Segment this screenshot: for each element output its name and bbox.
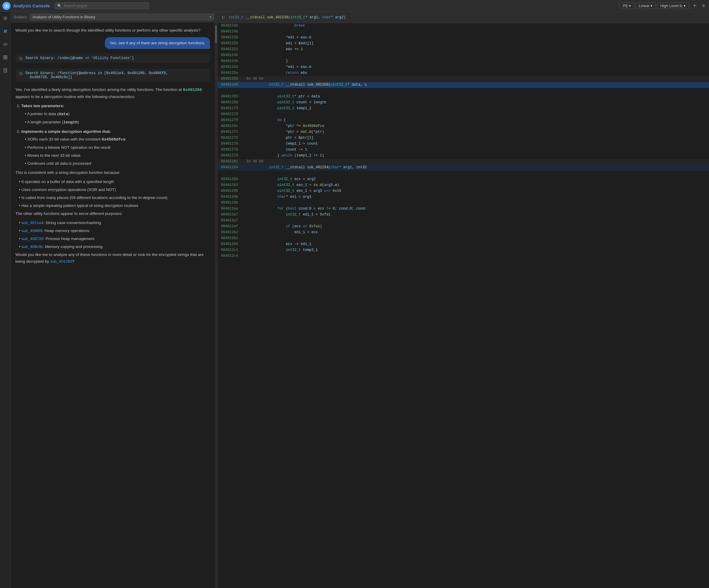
table-row: 004012c4 int32_t temp3_1: [217, 247, 709, 253]
table-row: 00401265 uint32_t* ptr = data: [217, 94, 709, 100]
app-title: Analysis Console: [13, 3, 50, 8]
link-408c9c[interactable]: sub_408c9c: [21, 244, 43, 249]
link-4086f8[interactable]: sub_4086f8: [21, 228, 42, 233]
table-row: 004012c4: [217, 253, 709, 259]
link-401260-footer[interactable]: sub_401260: [50, 259, 72, 263]
table-row: 0040124b break: [217, 23, 709, 29]
consistent-item3: Is called from many places (59 different…: [19, 195, 210, 201]
search-result-text-1: Search binary: /index[@name == 'Utility …: [25, 56, 134, 60]
table-row: 004012a7 int32_t edi_1 = 0xfa1: [217, 212, 709, 218]
table-row: 00401275 ptr = &ptr[1]: [217, 135, 709, 141]
table-row: 004012af if (ecx u< 0xfa1): [217, 224, 709, 230]
user-msg-1: Yes, see if any of them are string decry…: [105, 37, 210, 49]
table-row: 00401250 edi = &edi[1]: [217, 41, 709, 47]
consistent-item1: It operates on a buffer of data with a s…: [19, 178, 210, 186]
svg-rect-10: [6, 55, 7, 57]
table-row: 00401251 ebx += 1: [217, 47, 709, 53]
hlil-button[interactable]: High Level IL ▾: [657, 2, 689, 9]
right-panel: ↻ int32_t __stdcall sub_401238(int16_t* …: [217, 12, 709, 588]
point2-item3: Moves to the next 32-bit value: [25, 152, 210, 159]
assistant-msg-1: Would you like me to search through the …: [16, 27, 210, 34]
other-item4: sub_408c9c: Memory copying and processin…: [19, 244, 210, 250]
other-item3: sub_408720: Process heap management: [19, 235, 210, 242]
subject-label: Subject:: [14, 15, 27, 19]
main-layout: Subject: Analysis of Utility Functions i…: [0, 12, 709, 588]
table-row: 00401279 uint32_t temp1_1: [217, 106, 709, 112]
chat-area: Would you like me to search through the …: [11, 22, 215, 588]
table-row: 00401279 } while (temp1_1 != 1): [217, 153, 709, 159]
table-row: 00401272 *ptr = not.d(*ptr): [217, 129, 709, 135]
app-logo: [2, 2, 11, 10]
search-box[interactable]: 🔍: [55, 2, 149, 9]
point1-item2: A length parameter (length): [25, 119, 210, 126]
sidebar-hash-icon[interactable]: [1, 27, 9, 35]
point2-header: Implements a simple decryption algorithm…: [21, 129, 111, 134]
table-row: 004012ea for (bool cond:0 = ecx != 0; co…: [217, 206, 709, 212]
code-refresh-button[interactable]: ↻: [220, 15, 226, 20]
other-item2: sub_4086f8: Heap memory operations: [19, 228, 210, 234]
table-row: 004012a7: [217, 218, 709, 224]
table-row: 004012b2 edi_1 = ecx: [217, 230, 709, 235]
svg-point-1: [6, 5, 7, 7]
svg-rect-11: [3, 58, 5, 59]
top-bar: Analysis Console 🔍 PE ▾ Linear ▾ High Le…: [0, 0, 709, 12]
chat-scroll-thumb[interactable]: [215, 25, 217, 43]
consistent-item4: Has a simple repeating pattern typical o…: [19, 202, 210, 209]
link-408720[interactable]: sub_408720: [21, 236, 43, 241]
other-item1: sub_4011e4: String case conversion/hashi…: [19, 220, 210, 226]
search-result-icon-2: ⚫: [19, 72, 23, 76]
new-tab-button[interactable]: +: [691, 3, 698, 9]
separator-row-2: 00401281 8d 40 00: [217, 159, 709, 165]
table-row: [217, 171, 709, 176]
response-block: Yes, I've identified a likely string dec…: [16, 86, 210, 268]
link-4011e4[interactable]: sub_4011e4: [21, 221, 43, 225]
search-result-text-2: Search binary: /function[@address in [0x…: [25, 71, 168, 79]
left-panel: Subject: Analysis of Utility Functions i…: [11, 12, 217, 588]
subject-bar: Subject: Analysis of Utility Functions i…: [11, 12, 217, 22]
svg-line-8: [5, 43, 6, 46]
table-row: 00401278 temp1_1 = count: [217, 141, 709, 147]
search-result-icon-1: ⚫: [19, 57, 23, 60]
subject-dropdown-arrow: ▾: [209, 15, 211, 19]
code-view[interactable]: 0040124b break 0040124b 00401250 *edi = …: [217, 23, 709, 588]
table-row: 00401246: [217, 53, 709, 58]
search-input[interactable]: [63, 3, 147, 8]
sidebar-home-icon[interactable]: [1, 14, 9, 22]
table-row: 00401278 count -= 1: [217, 147, 709, 153]
svg-rect-9: [3, 55, 5, 57]
separator-row-1: 0040125d 8d 40 00: [217, 76, 709, 82]
point2-item1: XORs each 32-bit value with the constant…: [25, 136, 210, 143]
subject-value: Analysis of Utility Functions in Binary: [32, 15, 95, 19]
point2-item4: Continues until all data is processed: [25, 160, 210, 167]
chat-scrollbar[interactable]: [215, 22, 217, 588]
table-row: 00401250 *edi = eax.b: [217, 35, 709, 41]
consistent-item2: Uses common encryption operations (XOR a…: [19, 187, 210, 193]
toolbar-right: PE ▾ Linear ▾ High Level IL ▾: [620, 2, 689, 9]
subject-select[interactable]: Analysis of Utility Functions in Binary …: [30, 13, 214, 20]
menu-button[interactable]: ≡: [701, 3, 707, 8]
search-result-2: ⚫ Search binary: /function[@address in […: [16, 69, 210, 82]
search-icon: 🔍: [57, 4, 62, 8]
code-signature: int32_t __stdcall sub_401238(int16_t* ar…: [229, 16, 346, 20]
sidebar-grid-icon[interactable]: [1, 53, 9, 61]
table-row: 0040124b: [217, 29, 709, 35]
table-row: [217, 88, 709, 94]
table-row: 0040129b char* esi = arg1: [217, 194, 709, 200]
table-row: 00401279 do {: [217, 117, 709, 123]
code-toolbar: ↻ int32_t __stdcall sub_401238(int16_t* …: [217, 12, 709, 23]
table-row: 00401298 uint32_t ebx_1 = arg3 u>> 0x10: [217, 188, 709, 194]
fn-header-row-401260: 00401260 int32_t __stdcall sub_401260(ui…: [217, 82, 709, 88]
table-row: 00401268 uint32_t count = length: [217, 100, 709, 106]
pe-button[interactable]: PE ▾: [620, 2, 634, 9]
linear-button[interactable]: Linear ▾: [635, 2, 656, 9]
svg-point-3: [5, 18, 6, 19]
sidebar-code-icon[interactable]: [1, 40, 9, 49]
search-result-1: ⚫ Search binary: /index[@name == 'Utilit…: [16, 54, 210, 63]
table-row: 00401293 uint32_t eax_1 = zx.d(arg3.w): [217, 183, 709, 188]
table-row: 004012b5 ecx -= edi_1: [217, 242, 709, 247]
sidebar-book-icon[interactable]: [1, 66, 9, 74]
svg-rect-12: [6, 58, 7, 59]
sidebar: [0, 12, 11, 588]
table-row: 00401246 }: [217, 58, 709, 64]
table-row: 0040124d *edi = eax.b: [217, 64, 709, 70]
